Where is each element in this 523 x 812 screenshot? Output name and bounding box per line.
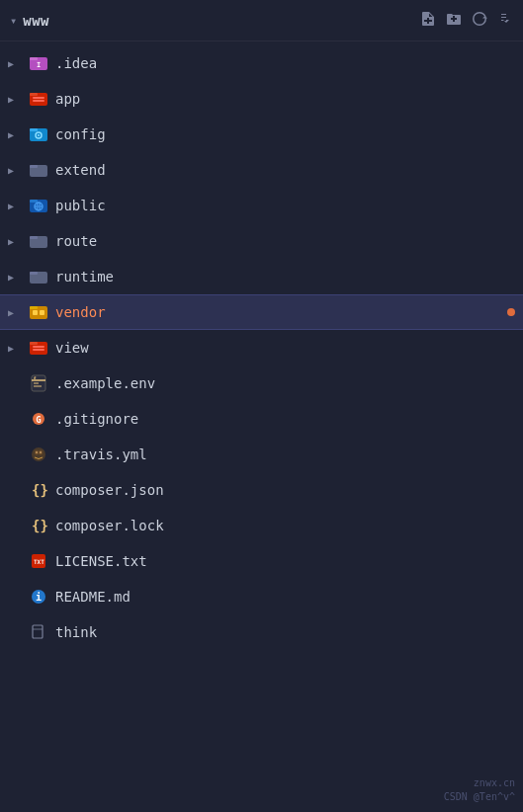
- header-actions: [420, 11, 513, 31]
- tree-label-config: config: [55, 126, 523, 142]
- file-readme-icon: i: [28, 586, 49, 608]
- chevron-app: ▶: [8, 94, 28, 105]
- watermark-text: znwx.cnCSDN @Ten^v^: [444, 777, 515, 802]
- tree-item-travis[interactable]: ▶ .travis.yml: [0, 437, 523, 472]
- svg-text:{}: {}: [32, 518, 47, 533]
- chevron-route: ▶: [8, 236, 28, 247]
- svg-rect-14: [30, 200, 38, 203]
- tree-item-license[interactable]: ▶ TXT LICENSE.txt: [0, 543, 523, 579]
- svg-rect-29: [33, 346, 44, 348]
- svg-rect-30: [33, 349, 44, 351]
- tree-label-vendor: vendor: [55, 304, 507, 320]
- folder-extend-icon: [28, 159, 49, 181]
- tree-label-gitignore: .gitignore: [55, 411, 523, 427]
- collapse-all-icon[interactable]: [497, 11, 513, 31]
- tree-label-example-env: .example.env: [55, 375, 523, 391]
- svg-rect-6: [33, 100, 44, 102]
- tree-item-route[interactable]: ▶ route: [0, 223, 523, 259]
- tree-item-extend[interactable]: ▶ extend: [0, 152, 523, 188]
- folder-app-icon: [28, 88, 49, 110]
- folder-runtime-icon: [28, 266, 49, 287]
- tree-label-view: view: [55, 340, 523, 356]
- tree-label-travis: .travis.yml: [55, 447, 523, 462]
- svg-rect-24: [30, 306, 38, 309]
- svg-text:G: G: [36, 415, 41, 425]
- svg-rect-26: [40, 310, 44, 315]
- file-think-icon: [28, 621, 49, 643]
- svg-text:I: I: [37, 61, 41, 69]
- new-file-icon[interactable]: [420, 11, 436, 31]
- svg-rect-12: [30, 165, 38, 168]
- vendor-dot-indicator: [507, 308, 515, 316]
- svg-point-42: [40, 451, 42, 453]
- tree-label-composer-lock: composer.lock: [55, 518, 523, 533]
- explorer-panel: ▾ www: [0, 0, 523, 654]
- file-env-icon: #: [28, 372, 49, 394]
- tree-item-public[interactable]: ▶ public: [0, 188, 523, 223]
- panel-title: www: [23, 13, 49, 29]
- chevron-view: ▶: [8, 343, 28, 354]
- tree-label-idea: .idea: [55, 55, 523, 71]
- folder-idea-icon: I: [28, 52, 49, 74]
- svg-point-41: [36, 451, 38, 453]
- file-lock-icon: {}: [28, 515, 49, 536]
- svg-rect-1: [30, 57, 38, 60]
- file-json-icon: {}: [28, 479, 49, 501]
- tree-item-composer-json[interactable]: ▶ {} composer.json: [0, 472, 523, 508]
- chevron-runtime: ▶: [8, 272, 28, 283]
- folder-config-icon: [28, 123, 49, 145]
- svg-rect-4: [30, 93, 38, 96]
- tree-label-runtime: runtime: [55, 269, 523, 284]
- tree-item-app[interactable]: ▶ app: [0, 81, 523, 117]
- svg-rect-28: [30, 342, 38, 345]
- tree-label-think: think: [55, 624, 523, 640]
- chevron-config: ▶: [8, 129, 28, 140]
- panel-chevron[interactable]: ▾: [10, 14, 17, 28]
- watermark: znwx.cnCSDN @Ten^v^: [444, 776, 515, 804]
- tree-label-app: app: [55, 91, 523, 107]
- tree-item-vendor[interactable]: ▶ vendor: [0, 294, 523, 330]
- svg-rect-8: [30, 128, 38, 131]
- folder-vendor-icon: [28, 301, 49, 323]
- chevron-extend: ▶: [8, 165, 28, 176]
- tree-item-composer-lock[interactable]: ▶ {} composer.lock: [0, 508, 523, 543]
- tree-item-example-env[interactable]: ▶ # .example.env: [0, 365, 523, 401]
- tree-label-public: public: [55, 198, 523, 213]
- svg-rect-49: [33, 625, 43, 638]
- tree-item-think[interactable]: ▶ think: [0, 614, 523, 650]
- chevron-idea: ▶: [8, 58, 28, 69]
- tree-label-composer-json: composer.json: [55, 482, 523, 498]
- refresh-icon[interactable]: [472, 11, 487, 31]
- file-git-icon: G: [28, 408, 49, 430]
- svg-text:{}: {}: [32, 482, 47, 498]
- tree-item-gitignore[interactable]: ▶ G .gitignore: [0, 401, 523, 437]
- chevron-vendor: ▶: [8, 307, 28, 318]
- tree-label-license: LICENSE.txt: [55, 553, 523, 569]
- tree-item-idea[interactable]: ▶ I .idea: [0, 45, 523, 81]
- folder-route-icon: [28, 230, 49, 252]
- svg-point-10: [38, 134, 40, 136]
- chevron-public: ▶: [8, 201, 28, 211]
- folder-public-icon: [28, 195, 49, 216]
- tree-label-extend: extend: [55, 162, 523, 178]
- tree-label-route: route: [55, 233, 523, 249]
- svg-text:TXT: TXT: [34, 558, 44, 565]
- panel-header: ▾ www: [0, 0, 523, 41]
- svg-rect-5: [33, 97, 44, 99]
- tree-item-view[interactable]: ▶ view: [0, 330, 523, 365]
- tree-label-readme: README.md: [55, 589, 523, 605]
- svg-text:i: i: [36, 592, 42, 603]
- tree-item-readme[interactable]: ▶ i README.md: [0, 579, 523, 614]
- folder-view-icon: [28, 337, 49, 359]
- file-travis-icon: [28, 444, 49, 465]
- header-left: ▾ www: [10, 13, 49, 29]
- svg-rect-25: [33, 310, 38, 315]
- new-folder-icon[interactable]: [446, 11, 462, 31]
- svg-rect-22: [30, 272, 38, 275]
- file-tree: ▶ I .idea ▶ app: [0, 41, 523, 654]
- svg-rect-20: [30, 236, 38, 239]
- tree-item-runtime[interactable]: ▶ runtime: [0, 259, 523, 294]
- tree-item-config[interactable]: ▶ config: [0, 117, 523, 152]
- file-license-icon: TXT: [28, 550, 49, 572]
